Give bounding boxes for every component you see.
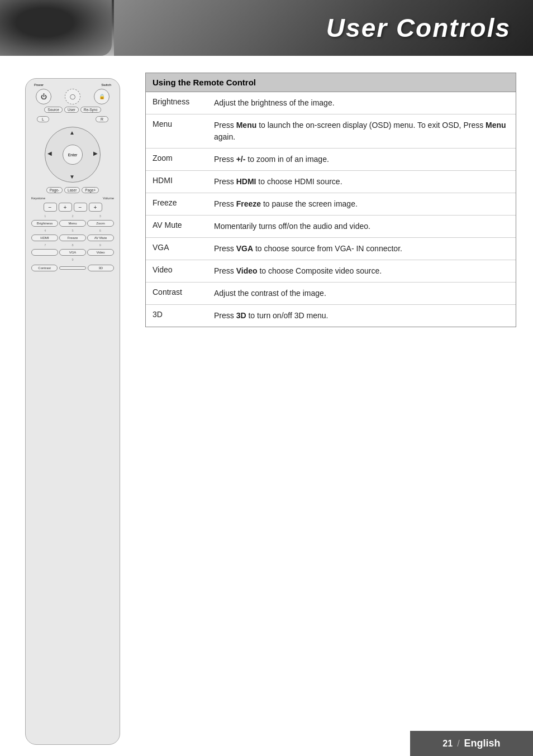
term-brightness: Brightness bbox=[146, 92, 207, 114]
table-row: Brightness Adjust the brightness of the … bbox=[146, 92, 516, 114]
table-area: Using the Remote Control Brightness Adju… bbox=[145, 73, 516, 745]
switch-label: Switch bbox=[101, 83, 111, 87]
keystone-minus-button[interactable]: − bbox=[44, 203, 57, 212]
table-header: Using the Remote Control bbox=[146, 73, 516, 92]
keystone-label: Keystone bbox=[31, 197, 45, 200]
desc-video: Press Video to choose Composite video so… bbox=[207, 260, 516, 283]
desc-brightness: Adjust the brightness of the image. bbox=[207, 92, 516, 114]
source-row: Source User Re-Sync bbox=[31, 107, 114, 113]
page-row: Page- Laser Page+ bbox=[31, 187, 114, 193]
desc-av-mute: Momentarily turns off/on the audio and v… bbox=[207, 216, 516, 238]
blank-bottom-button[interactable] bbox=[59, 266, 85, 270]
menu-button[interactable]: Menu bbox=[59, 220, 86, 227]
zoom-button[interactable]: Zoom bbox=[87, 220, 114, 227]
term-zoom: Zoom bbox=[146, 149, 207, 171]
switch-button[interactable]: 🔒 bbox=[94, 89, 110, 104]
remote-control: Power Switch ⏻ ◯ 🔒 Source User Re-Sync L… bbox=[25, 78, 120, 745]
btn-grid-row3: VGA Video bbox=[31, 249, 114, 256]
table-row: Contrast Adjust the contrast of the imag… bbox=[146, 283, 516, 305]
r-button[interactable]: R bbox=[96, 116, 108, 122]
btn-grid-row1: Brightness Menu Zoom bbox=[31, 220, 114, 227]
vga-button[interactable]: VGA bbox=[59, 249, 86, 256]
contrast-button[interactable]: Contrast bbox=[31, 265, 58, 271]
term-video: Video bbox=[146, 260, 207, 283]
threed-button[interactable]: 3D bbox=[88, 265, 114, 271]
header-title-area: User Controls bbox=[114, 0, 533, 56]
power-label: Power bbox=[34, 83, 44, 87]
blank-button[interactable] bbox=[31, 249, 58, 256]
lr-row: L R bbox=[31, 116, 114, 122]
table-row: Video Press Video to choose Composite vi… bbox=[146, 260, 516, 283]
desc-contrast: Adjust the contrast of the image. bbox=[207, 283, 516, 305]
remote-control-table: Using the Remote Control Brightness Adju… bbox=[145, 73, 516, 327]
footer-language: English bbox=[464, 738, 501, 749]
footer-divider: / bbox=[457, 739, 459, 749]
term-3d: 3D bbox=[146, 305, 207, 327]
nav-ring: ▲ ▼ ◀ ▶ Enter bbox=[45, 127, 101, 183]
nav-up[interactable]: ▲ bbox=[69, 130, 75, 136]
video-button[interactable]: Video bbox=[87, 249, 114, 256]
l-button[interactable]: L bbox=[37, 116, 49, 122]
power-button[interactable]: ⏻ bbox=[36, 89, 51, 104]
desc-vga: Press VGA to choose source from VGA- IN … bbox=[207, 238, 516, 260]
table-row: AV Mute Momentarily turns off/on the aud… bbox=[146, 216, 516, 238]
hdmi-button[interactable]: HDMI bbox=[31, 235, 58, 241]
table-row: 3D Press 3D to turn on/off 3D menu. bbox=[146, 305, 516, 327]
brightness-button[interactable]: Brightness bbox=[31, 220, 58, 227]
remote-control-area: Power Switch ⏻ ◯ 🔒 Source User Re-Sync L… bbox=[17, 73, 129, 745]
nav-left[interactable]: ◀ bbox=[47, 150, 52, 156]
btn-grid-row2: HDMI Freeze AV Mute bbox=[31, 235, 114, 241]
volume-label: Volume bbox=[103, 197, 114, 200]
volume-plus-button[interactable]: + bbox=[89, 203, 102, 212]
av-mute-button[interactable]: AV Mute bbox=[87, 235, 114, 241]
table-row: Zoom Press +/- to zoom in of an image. bbox=[146, 149, 516, 171]
header-decorative-image bbox=[0, 0, 112, 56]
volume-minus-button[interactable]: − bbox=[74, 203, 87, 212]
plusminus-row: − + − + bbox=[31, 203, 114, 212]
page-number: 21 bbox=[442, 739, 453, 749]
table-row: Freeze Press Freeze to pause the screen … bbox=[146, 193, 516, 216]
page-minus-button[interactable]: Page- bbox=[46, 187, 63, 193]
term-freeze: Freeze bbox=[146, 193, 207, 216]
desc-menu: Press Menu to launch the on-screen displ… bbox=[207, 114, 516, 149]
term-contrast: Contrast bbox=[146, 283, 207, 305]
table-row: Menu Press Menu to launch the on-screen … bbox=[146, 114, 516, 149]
enter-button[interactable]: Enter bbox=[63, 145, 83, 165]
nav-down[interactable]: ▼ bbox=[69, 174, 75, 180]
desc-freeze: Press Freeze to pause the screen image. bbox=[207, 193, 516, 216]
desc-3d: Press 3D to turn on/off 3D menu. bbox=[207, 305, 516, 327]
term-vga: VGA bbox=[146, 238, 207, 260]
footer: 21 / English bbox=[410, 731, 533, 756]
table-row: HDMI Press HDMI to choose HDMI source. bbox=[146, 171, 516, 193]
sleep-button[interactable]: ◯ bbox=[65, 89, 80, 104]
desc-zoom: Press +/- to zoom in of an image. bbox=[207, 149, 516, 171]
controls-table: Brightness Adjust the brightness of the … bbox=[146, 92, 516, 327]
laser-button[interactable]: Laser bbox=[64, 187, 80, 193]
page-plus-button[interactable]: Page+ bbox=[82, 187, 99, 193]
table-row: VGA Press VGA to choose source from VGA-… bbox=[146, 238, 516, 260]
term-av-mute: AV Mute bbox=[146, 216, 207, 238]
freeze-button[interactable]: Freeze bbox=[59, 235, 86, 241]
nav-right[interactable]: ▶ bbox=[93, 150, 98, 156]
resync-button[interactable]: Re-Sync bbox=[80, 107, 101, 113]
page-title: User Controls bbox=[326, 13, 511, 43]
user-button[interactable]: User bbox=[64, 107, 79, 113]
keystone-plus-button[interactable]: + bbox=[59, 203, 72, 212]
term-hdmi: HDMI bbox=[146, 171, 207, 193]
term-menu: Menu bbox=[146, 114, 207, 149]
source-button[interactable]: Source bbox=[44, 107, 63, 113]
btn-grid-row4: Contrast 3D bbox=[31, 265, 114, 271]
desc-hdmi: Press HDMI to choose HDMI source. bbox=[207, 171, 516, 193]
keystone-volume-labels: Keystone Volume bbox=[31, 197, 114, 200]
main-content: Power Switch ⏻ ◯ 🔒 Source User Re-Sync L… bbox=[0, 61, 533, 756]
